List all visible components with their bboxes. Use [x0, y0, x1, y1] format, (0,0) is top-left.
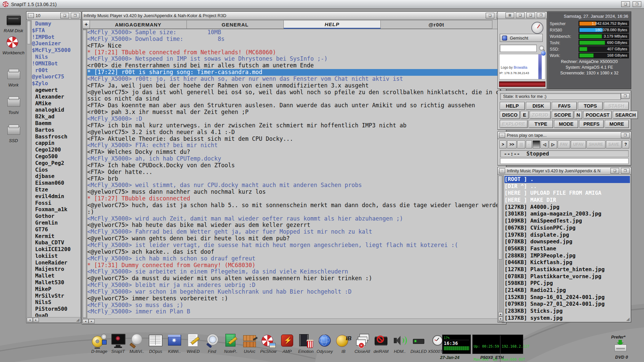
- search-icon[interactable]: [539, 46, 544, 51]
- userlist-nick[interactable]: cappin: [32, 140, 80, 146]
- tape-button-[interactable]: ?: [622, 140, 629, 148]
- userlist-nick[interactable]: B2k_ad: [32, 113, 80, 120]
- file-entry[interactable]: [HERE ] MAKE DIR: [504, 197, 630, 204]
- userlist-nick[interactable]: GT76: [32, 226, 80, 233]
- close-icon[interactable]: ▫: [499, 168, 505, 173]
- userlist-nick[interactable]: Maijestro: [32, 266, 80, 273]
- file-entry[interactable]: [137KB] system.jpg: [504, 315, 630, 321]
- userlist-nick[interactable]: $Zylo: [32, 80, 80, 87]
- userlist-nick[interactable]: lokiist: [32, 253, 80, 259]
- logo-credit-link[interactable]: Browallia: [514, 66, 527, 69]
- dock-item-odyssey[interactable]: Odyssey: [316, 333, 333, 354]
- tab-amigagermany[interactable]: AMIGAGERMANY: [90, 20, 187, 29]
- file-entry[interactable]: [301KB] amiga-magazin_2003.jpg: [504, 210, 630, 218]
- control-button-mode[interactable]: MODE: [554, 120, 578, 128]
- iconify-icon[interactable]: ❏: [60, 13, 69, 18]
- userlist-titlebar[interactable]: ▫ 10 ❏ ❐: [26, 12, 81, 20]
- control-button-podcast[interactable]: PODCAST: [583, 111, 612, 119]
- userlist-nick[interactable]: Bassfrosch: [32, 133, 80, 140]
- userlist-nick[interactable]: Dummy: [32, 20, 80, 27]
- control-button-e[interactable]: E: [521, 111, 529, 119]
- mixer-titlebar[interactable]: ⊠ ❏ ❏ ❐: [498, 12, 547, 19]
- chat-titlebar[interactable]: Infinity Music Player v3.420 by Juen/App…: [82, 12, 506, 20]
- file-entry[interactable]: [598KB] PPC.jpg: [504, 280, 630, 287]
- control-button-search[interactable]: SEARCH: [613, 111, 638, 119]
- file-scrollbar[interactable]: ▲ ▼: [498, 175, 504, 322]
- userlist-nick[interactable]: @yelworC75: [32, 73, 80, 80]
- file-entry[interactable]: [056KB] Fastlane: [504, 245, 630, 252]
- desktop-icon-ram-disk[interactable]: RAM Disk: [1, 13, 26, 33]
- userlist-nick[interactable]: LokiICE1200: [32, 246, 80, 253]
- chat-hscroll[interactable]: ◂ ▸: [83, 318, 506, 324]
- file-entry[interactable]: [DIR ^] ..: [504, 183, 630, 190]
- userlist-nick[interactable]: LoneRaider: [32, 259, 80, 266]
- control-button-prefs[interactable]: PREFS: [579, 120, 603, 128]
- file-entry[interactable]: [214KB] Radio21.jpg: [504, 287, 630, 294]
- depth-icon[interactable]: ❐: [621, 168, 630, 174]
- file-entry[interactable]: [152KB] Snap-16_01_2024-001.jpg: [504, 294, 630, 301]
- chat-scrollbar[interactable]: [83, 29, 87, 318]
- scroll-right-icon[interactable]: ▸: [33, 318, 39, 322]
- control-button-more[interactable]: MORE: [605, 120, 629, 128]
- scroll-left-icon[interactable]: ◂: [83, 319, 89, 323]
- userlist-nick[interactable]: NilsS: [32, 299, 80, 306]
- close-icon[interactable]: ▫: [28, 13, 34, 18]
- file-entry[interactable]: [HERE ] UPLOAD FILE FROM AMIGA: [504, 190, 630, 197]
- scroll-right-icon[interactable]: ▸: [89, 319, 95, 323]
- userlist-nick[interactable]: MrSilvStr: [32, 293, 80, 299]
- mixer-source-dropdown[interactable]: Gemischt: [500, 34, 543, 42]
- control-button-n[interactable]: N: [574, 111, 582, 119]
- file-entry[interactable]: [ROOT ] .: [504, 176, 630, 183]
- scroll-up-icon[interactable]: ▲: [498, 312, 503, 316]
- file-entry[interactable]: [079KB] Snap-27_01_2024-001.jpg: [504, 301, 630, 308]
- userlist-nick[interactable]: Mallet530: [32, 279, 80, 286]
- userlist-nick[interactable]: analogkid: [32, 107, 80, 113]
- dock-item-ib[interactable]: IB: [335, 333, 352, 354]
- dock-item-diskled[interactable]: DiskLED: [410, 333, 427, 354]
- userlist-nick[interactable]: Bartos: [32, 127, 80, 133]
- cpu-monitor[interactable]: 17% 16:36: [442, 335, 471, 354]
- resize-handle[interactable]: ◢: [75, 317, 80, 322]
- userlist-nick[interactable]: r00t: [32, 67, 80, 74]
- screen-shuffle-gadget[interactable]: ❏: [621, 1, 630, 7]
- userlist-nick[interactable]: Foxman_a1k: [32, 206, 80, 213]
- volume-slider[interactable]: [533, 140, 540, 148]
- dock-item-closeall[interactable]: CloseAll: [354, 333, 371, 354]
- dock-item-multivi[interactable]: MultiVi..: [128, 333, 146, 354]
- tab-help[interactable]: HELP: [284, 20, 381, 29]
- dock-item-snapit[interactable]: SnapIT: [109, 333, 127, 354]
- tab-r00t[interactable]: @r00t: [381, 20, 492, 29]
- userlist-nick[interactable]: !IMPBot: [32, 34, 80, 41]
- scroll-down-icon[interactable]: ▼: [498, 317, 503, 321]
- userlist-nick[interactable]: Cego_Peg2: [32, 160, 80, 167]
- depth-icon[interactable]: ❐: [621, 132, 630, 138]
- iconify-icon[interactable]: ❏: [486, 13, 494, 18]
- dock-item-delram[interactable]: delRAM: [372, 333, 390, 354]
- dock-item-find[interactable]: Find: [203, 333, 221, 354]
- control-button-disk[interactable]: DISK: [526, 102, 551, 110]
- file-entry[interactable]: [067KB] CVisionPPC.jpg: [504, 225, 630, 232]
- userlist-nick[interactable]: QuaD: [32, 312, 80, 317]
- dock-item-picshow[interactable]: PicShow: [260, 333, 277, 354]
- desktop-icon-toshi[interactable]: Toshi: [1, 95, 26, 115]
- desktop-icon-workbench[interactable]: Workbench: [1, 35, 26, 55]
- scroll-left-icon[interactable]: ◂: [27, 318, 33, 322]
- userlist-nick[interactable]: Cego1200: [32, 146, 80, 153]
- userlist-hscroll[interactable]: ◂ ▸: [27, 317, 80, 322]
- userlist-nick[interactable]: evil4dmin: [32, 193, 80, 200]
- add-tab-button[interactable]: +: [83, 20, 90, 29]
- userlist-nick[interactable]: $McFly_X5000: [32, 47, 80, 54]
- userlist-nick[interactable]: Kuba_CDTV: [32, 239, 80, 246]
- file-entry[interactable]: [288KB] IMP3People.jpg: [504, 252, 630, 259]
- file-entry[interactable]: [078KB] downspeed.jpg: [504, 238, 630, 245]
- userlist-nick[interactable]: djbase: [32, 173, 80, 180]
- userlist-nick[interactable]: MikeP: [32, 286, 80, 293]
- file-entry[interactable]: [283KB] Sticks.jpg: [504, 308, 630, 315]
- file-entry[interactable]: [127KB] A4000.jpg: [504, 204, 630, 211]
- depth-icon[interactable]: ❐: [621, 93, 630, 99]
- dock-item-unarc[interactable]: UnArc: [241, 333, 258, 354]
- dock-item-killwi[interactable]: KillWi..: [166, 333, 183, 354]
- iconify-icon[interactable]: ❏: [610, 168, 619, 174]
- dock-item-dimage[interactable]: D-Image: [91, 333, 108, 354]
- dock-item-emotion[interactable]: Emotion: [297, 333, 315, 354]
